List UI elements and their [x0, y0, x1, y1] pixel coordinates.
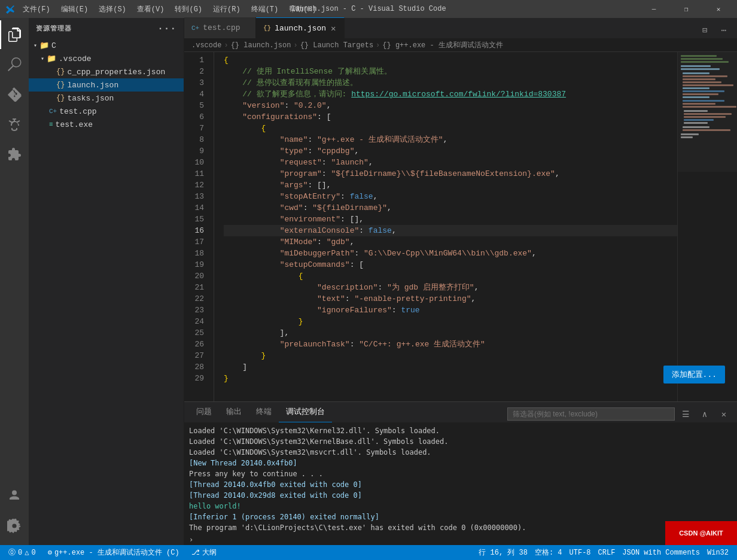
code-line-8: "name": "g++.exe - 生成和调试活动文件", [224, 134, 677, 145]
menu-edit[interactable]: 编辑(E) [56, 3, 93, 16]
activity-debug[interactable] [0, 110, 29, 139]
panel-actions: ☰ ∧ ✕ [507, 406, 737, 422]
tab-launch-json[interactable]: {} launch.json ✕ [256, 17, 345, 38]
tree-item-launch-json[interactable]: {} launch.json [29, 78, 184, 92]
activity-explorer[interactable] [0, 20, 29, 49]
panel-tab-problems[interactable]: 问题 [189, 401, 219, 422]
breadcrumb: .vscode › {} launch.json › {} Launch Tar… [184, 39, 737, 52]
breadcrumb-targets[interactable]: {} Launch Targets [300, 41, 373, 50]
code-line-12: "args": [], [224, 179, 677, 191]
terminal-line: [New Thread 20140.0x4fb0] [189, 458, 732, 468]
terminal-line: Loaded 'C:\WINDOWS\System32\Kernel32.dll… [189, 425, 732, 436]
code-content[interactable]: { // 使用 IntelliSense 了解相关属性。 // 悬停以查看现有属… [214, 52, 677, 401]
tree-item-test-cpp[interactable]: C+ test.cpp [29, 105, 184, 118]
code-line-14: "cwd": "${fileDirname}", [224, 202, 677, 214]
status-line-col[interactable]: 行 16, 列 38 [475, 545, 531, 560]
status-branch[interactable]: ⎇ 大纲 [188, 545, 220, 560]
watermark: CSDN @AIKIT [665, 521, 737, 545]
line-27: 27 [184, 350, 209, 361]
tab-bar-actions: ⊟ ⋯ [696, 22, 737, 38]
status-right: 行 16, 列 38 空格: 4 UTF-8 CRLF JSON with Co… [475, 545, 732, 560]
split-editor-button[interactable]: ⊟ [696, 22, 713, 38]
tab-close-button[interactable]: ✕ [330, 23, 337, 34]
tree-label: C [51, 41, 56, 50]
menu-selection[interactable]: 选择(S) [94, 3, 131, 16]
panel-close-button[interactable]: ✕ [715, 406, 732, 422]
tree-label: tasks.json [67, 94, 114, 103]
menu-terminal[interactable]: 终端(T) [246, 3, 284, 16]
warning-icon: △ [25, 548, 29, 557]
breadcrumb-file[interactable]: {} launch.json [231, 41, 291, 50]
titlebar-controls: — ❐ ✕ [640, 0, 732, 18]
editor-panel-container: 1 2 3 4 5 6 7 8 9 10 11 12 13 14 15 16 1 [184, 52, 737, 545]
sidebar-header: 资源管理器 ··· [29, 18, 184, 39]
chevron-icon: ▾ [34, 42, 37, 49]
panel-filter-button[interactable]: ☰ [677, 406, 694, 422]
debug-config-label: g++.exe - 生成和调试活动文件 (C) [54, 547, 179, 558]
line-24: 24 [184, 316, 209, 327]
tab-test-cpp[interactable]: C+ test.cpp [184, 17, 256, 38]
activity-settings[interactable] [0, 512, 29, 540]
language-label: JSON with Comments [622, 549, 700, 557]
code-line-20: { [224, 270, 677, 282]
minimize-button[interactable]: — [640, 0, 668, 18]
status-encoding[interactable]: UTF-8 [566, 545, 595, 560]
panel-tab-debug-console[interactable]: 调试控制台 [279, 401, 332, 422]
terminal-prompt[interactable]: › [184, 534, 198, 545]
line-3: 3 [184, 77, 209, 89]
terminal-line: The program 'd:\CLionProjects\C\test.exe… [189, 522, 732, 533]
menu-file[interactable]: 文件(F) [18, 3, 55, 16]
activity-git[interactable] [0, 80, 29, 109]
code-line-21: "description": "为 gdb 启用整齐打印", [224, 282, 677, 293]
error-icon: ⓪ [8, 547, 16, 558]
menu-goto[interactable]: 转到(G) [170, 3, 207, 16]
status-line-ending[interactable]: CRLF [595, 545, 619, 560]
activity-extensions[interactable] [0, 140, 29, 169]
branch-label: 大纲 [202, 547, 217, 558]
activity-search[interactable] [0, 50, 29, 79]
status-errors[interactable]: ⓪ 0 △ 0 [5, 545, 39, 560]
menu-run[interactable]: 运行(R) [208, 3, 245, 16]
line-21: 21 [184, 282, 209, 293]
tree-item-c[interactable]: ▾ 📁 C [29, 39, 184, 52]
code-line-17: "MIMode": "gdb", [224, 236, 677, 248]
line-10: 10 [184, 157, 209, 168]
sidebar-more-button[interactable]: ··· [157, 23, 176, 34]
status-language[interactable]: JSON with Comments [619, 545, 704, 560]
breadcrumb-vscode[interactable]: .vscode [191, 41, 221, 50]
panel-tab-terminal[interactable]: 终端 [249, 401, 279, 422]
code-line-16: "externalConsole": false, [224, 225, 677, 236]
line-20: 20 [184, 270, 209, 282]
watermark-text: CSDN @AIKIT [679, 529, 723, 537]
maximize-button[interactable]: ❐ [672, 0, 700, 18]
status-debug-config[interactable]: ⚙ g++.exe - 生成和调试活动文件 (C) [44, 545, 183, 560]
code-container[interactable]: 1 2 3 4 5 6 7 8 9 10 11 12 13 14 15 16 1 [184, 52, 737, 401]
menu-view[interactable]: 查看(V) [132, 3, 169, 16]
tree-item-vscode[interactable]: ▾ 📁 .vscode [29, 52, 184, 65]
more-actions-button[interactable]: ⋯ [715, 22, 732, 38]
breadcrumb-sep: › [376, 41, 380, 50]
tree-item-cpp-props[interactable]: {} c_cpp_properties.json [29, 65, 184, 78]
chevron-icon: ▾ [41, 55, 44, 62]
breadcrumb-config[interactable]: {} g++.exe - 生成和调试活动文件 [382, 40, 503, 50]
status-spaces[interactable]: 空格: 4 [531, 545, 566, 560]
activity-account[interactable] [0, 482, 29, 510]
titlebar-left: 文件(F) 编辑(E) 选择(S) 查看(V) 转到(G) 运行(R) 终端(T… [5, 3, 321, 16]
panel-expand-button[interactable]: ∧ [696, 406, 713, 422]
filter-input[interactable] [507, 407, 675, 421]
line-col-label: 行 16, 列 38 [479, 547, 528, 558]
close-button[interactable]: ✕ [705, 0, 732, 18]
panel-tab-output[interactable]: 输出 [219, 401, 249, 422]
error-count: 0 [18, 549, 22, 557]
tree-item-test-exe[interactable]: ≡ test.exe [29, 118, 184, 131]
line-13: 13 [184, 191, 209, 202]
tree-item-tasks-json[interactable]: {} tasks.json [29, 92, 184, 105]
line-16: 16 [184, 225, 209, 236]
line-19: 19 [184, 259, 209, 270]
status-arch[interactable]: Win32 [704, 545, 732, 560]
line-1: 1 [184, 54, 209, 66]
code-line-23: "ignoreFailures": true [224, 305, 677, 316]
json-icon: {} [56, 68, 65, 76]
code-line-13: "stopAtEntry": false, [224, 191, 677, 202]
code-line-3: // 悬停以查看现有属性的描述。 [224, 77, 677, 89]
